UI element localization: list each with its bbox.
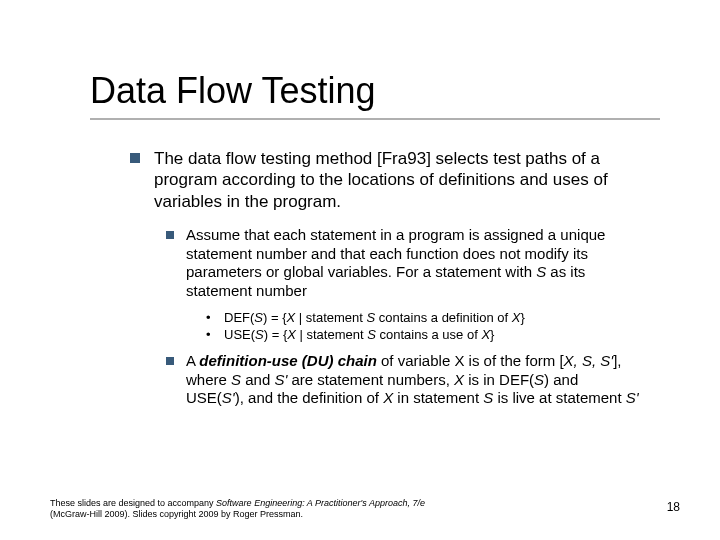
square-bullet-icon [166,231,174,239]
italic-var: S [483,389,493,406]
text-span: is in DEF( [464,371,534,388]
italic-var: X [383,389,393,406]
text-span: USE( [224,327,255,342]
text-span: | statement [296,327,367,342]
bullet-level1: The data flow testing method [Fra93] sel… [130,148,640,212]
bullet-text: The data flow testing method [Fra93] sel… [154,148,640,212]
text-span: DEF( [224,310,254,325]
slide-title: Data Flow Testing [90,70,660,112]
italic-var: X [287,327,296,342]
square-bullet-icon [166,357,174,365]
bullet-text: USE(S) = {X | statement S contains a use… [224,326,640,344]
italic-var: X [481,327,490,342]
bullet-level2: Assume that each statement in a program … [166,226,640,301]
italic-var: S [534,371,544,388]
text-span: contains a definition of [375,310,512,325]
term-bold: definition-use (DU) chain [199,352,377,369]
italic-var: S [536,263,546,280]
footer-text: These slides are designed to accompany S… [50,498,610,521]
footer-span: (McGraw-Hill 2009). Slides copyright 200… [50,509,303,519]
italic-var: S' [274,371,287,388]
text-span: | statement [295,310,366,325]
italic-var: S' [222,389,235,406]
text-span: } [520,310,524,325]
text-span: and [241,371,274,388]
bullet-text: Assume that each statement in a program … [186,226,640,301]
text-span: contains a use of [376,327,482,342]
bullet-level3: • DEF(S) = {X | statement S contains a d… [206,309,640,327]
page-number: 18 [667,500,680,514]
italic-var: S [367,327,376,342]
italic-var: X [454,371,464,388]
title-underline: Data Flow Testing [90,70,660,120]
text-span: ), and the definition of [235,389,383,406]
text-span: } [490,327,494,342]
slide-body: The data flow testing method [Fra93] sel… [130,148,640,408]
footer-span: These slides are designed to accompany [50,498,216,508]
bullet-text: DEF(S) = {X | statement S contains a def… [224,309,640,327]
bullet-level3: • USE(S) = {X | statement S contains a u… [206,326,640,344]
italic-var: S [231,371,241,388]
text-span: of variable X is of the form [ [377,352,564,369]
italic-var: X, S, S' [564,352,614,369]
italic-var: S' [626,389,639,406]
bullet-text: A definition-use (DU) chain of variable … [186,352,640,408]
italic-var: S [366,310,375,325]
text-span: in statement [393,389,483,406]
square-bullet-icon [130,153,140,163]
bullet-level3-group: • DEF(S) = {X | statement S contains a d… [206,309,640,344]
text-span: ) = { [264,327,288,342]
text-span: is live at statement [493,389,626,406]
footer-italic: Software Engineering: A Practitioner's A… [216,498,425,508]
slide: Data Flow Testing The data flow testing … [0,0,720,540]
dot-bullet-icon: • [206,309,218,327]
italic-var: S [255,327,264,342]
bullet-level2: A definition-use (DU) chain of variable … [166,352,640,408]
italic-var: X [287,310,296,325]
italic-var: S [254,310,263,325]
dot-bullet-icon: • [206,326,218,344]
text-span: A [186,352,199,369]
text-span: are statement numbers, [287,371,454,388]
text-span: ) = { [263,310,287,325]
